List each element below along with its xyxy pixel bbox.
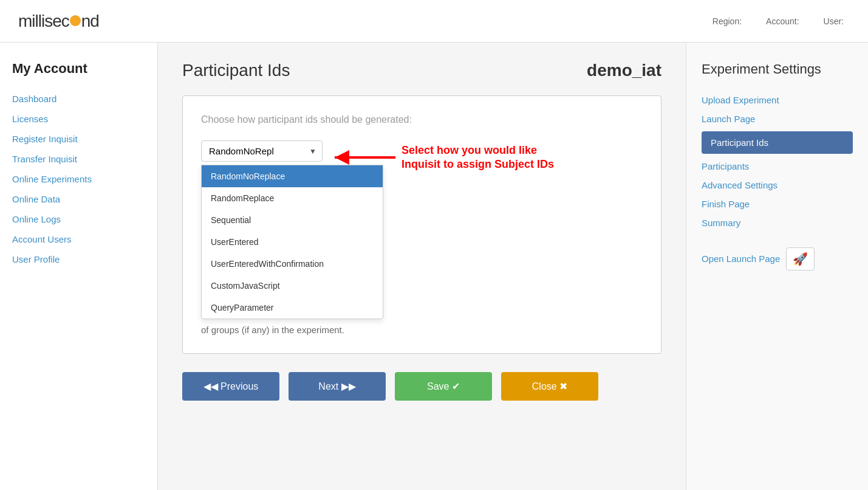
region-label: Region:	[713, 16, 742, 26]
sidebar-item-user-profile[interactable]: User Profile	[12, 249, 145, 269]
sidebar-item-online-data[interactable]: Online Data	[12, 189, 145, 209]
sidebar-item-account-users[interactable]: Account Users	[12, 229, 145, 249]
settings-nav: Upload Experiment Launch Page Participan…	[702, 91, 853, 232]
account-label: Account:	[766, 16, 799, 26]
next-button[interactable]: Next ▶▶	[289, 372, 386, 401]
settings-nav-finish-page[interactable]: Finish Page	[702, 195, 853, 213]
dropdown-option-randomreplace[interactable]: RandomReplace	[202, 187, 383, 209]
settings-title: Experiment Settings	[702, 61, 853, 78]
dropdown-option-userentered[interactable]: UserEntered	[202, 231, 383, 253]
sidebar: My Account Dashboard Licenses Register I…	[0, 43, 158, 490]
red-arrow-icon	[329, 148, 402, 167]
user-label: User:	[824, 16, 844, 26]
settings-nav-participant-ids[interactable]: Participant Ids	[702, 131, 853, 154]
page-title: Participant Ids	[182, 61, 290, 80]
sidebar-item-licenses[interactable]: Licenses	[12, 109, 145, 129]
sidebar-title: My Account	[12, 61, 145, 77]
experiment-name: demo_iat	[587, 61, 661, 80]
participant-id-dropdown-wrapper: RandomNoRepl ▼ RandomNoReplace RandomRep…	[201, 140, 323, 162]
settings-nav-launch-page[interactable]: Launch Page	[702, 109, 853, 128]
dropdown-menu: RandomNoReplace RandomReplace Sequential…	[201, 165, 383, 319]
sidebar-item-transfer-inquisit[interactable]: Transfer Inquisit	[12, 149, 145, 169]
open-launch-page-link[interactable]: Open Launch Page	[702, 254, 780, 264]
dropdown-option-customjavascript[interactable]: CustomJavaScript	[202, 275, 383, 297]
dropdown-option-queryparameter[interactable]: QueryParameter	[202, 297, 383, 319]
logo-o	[70, 15, 81, 26]
annotation-text: Select how you would like Inquisit to as…	[402, 143, 554, 172]
sidebar-nav: Dashboard Licenses Register Inquisit Tra…	[12, 89, 145, 269]
sidebar-item-dashboard[interactable]: Dashboard	[12, 89, 145, 109]
sidebar-item-register-inquisit[interactable]: Register Inquisit	[12, 129, 145, 149]
main-content: Participant Ids demo_iat Choose how part…	[158, 43, 686, 490]
participant-id-dropdown[interactable]: RandomNoRepl	[201, 140, 323, 162]
main-layout: My Account Dashboard Licenses Register I…	[0, 43, 868, 490]
group-text: of groups (if any) in the experiment.	[201, 325, 643, 335]
sidebar-item-online-experiments[interactable]: Online Experiments	[12, 169, 145, 189]
sidebar-item-online-logs[interactable]: Online Logs	[12, 209, 145, 229]
header-right: Region: Account: User:	[713, 16, 844, 26]
settings-nav-advanced-settings[interactable]: Advanced Settings	[702, 176, 853, 195]
red-arrow-container	[329, 148, 402, 167]
page-header: Participant Ids demo_iat	[182, 61, 661, 80]
top-header: millisecnd Region: Account: User:	[0, 0, 868, 43]
save-button[interactable]: Save ✔	[395, 372, 492, 401]
logo: millisecnd	[18, 12, 99, 31]
content-card: Choose how participant ids should be gen…	[182, 95, 661, 354]
dropdown-option-userenteredwithconfirmation[interactable]: UserEnteredWithConfirmation	[202, 253, 383, 275]
settings-nav-participants[interactable]: Participants	[702, 157, 853, 176]
open-launch-area: Open Launch Page 🚀	[702, 247, 853, 271]
close-button[interactable]: Close ✖	[501, 372, 598, 401]
previous-button[interactable]: ◀◀ Previous	[182, 372, 279, 401]
rocket-icon[interactable]: 🚀	[786, 247, 815, 271]
bottom-buttons: ◀◀ Previous Next ▶▶ Save ✔ Close ✖	[182, 372, 661, 401]
settings-nav-upload-experiment[interactable]: Upload Experiment	[702, 91, 853, 109]
settings-panel: Experiment Settings Upload Experiment La…	[686, 43, 868, 490]
dropdown-option-randomnoreplace[interactable]: RandomNoReplace	[202, 165, 383, 187]
card-description: Choose how participant ids should be gen…	[201, 114, 643, 125]
settings-nav-summary[interactable]: Summary	[702, 213, 853, 232]
dropdown-option-sequential[interactable]: Sequential	[202, 209, 383, 231]
